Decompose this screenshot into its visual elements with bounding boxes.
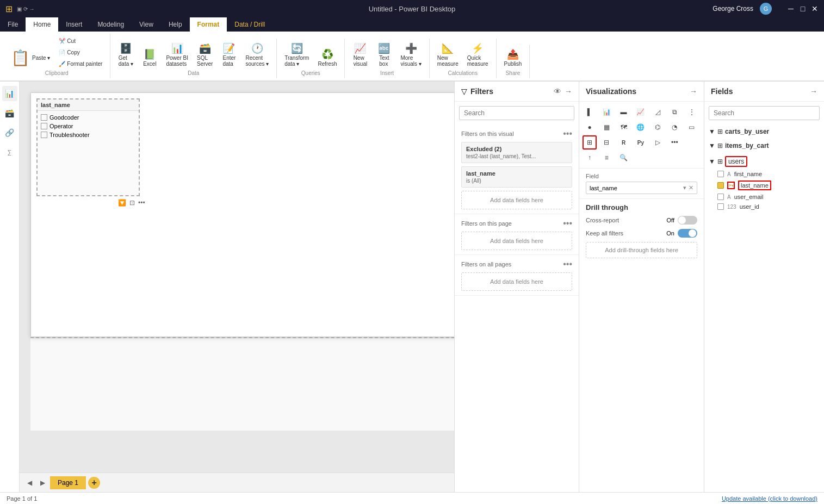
viz-treemap-icon[interactable]: ▦ (599, 120, 614, 134)
cut-button[interactable]: ✂️ Cut (55, 36, 106, 46)
user-id-check[interactable] (717, 203, 724, 210)
filter-card-last-name[interactable]: last_name is (All) (461, 166, 572, 188)
page-next-button[interactable]: ▶ (37, 477, 48, 488)
nav-model-icon[interactable]: 🔗 (2, 125, 17, 140)
filter-add-all-pages-area[interactable]: Add data fields here (461, 272, 572, 291)
filter-add-page-area[interactable]: Add data fields here (461, 232, 572, 250)
add-page-button[interactable]: + (88, 477, 100, 489)
page-prev-button[interactable]: ◀ (24, 477, 35, 488)
new-visual-button[interactable]: 📈 Newvisual (349, 41, 371, 69)
refresh-button[interactable]: ♻️ Refresh (314, 47, 340, 69)
viz-table-icon[interactable]: ⊞ (583, 135, 597, 150)
enter-data-button[interactable]: 📝 Enterdata (218, 41, 240, 69)
viz-column-chart-icon[interactable]: 📊 (599, 105, 614, 119)
add-drill-through-button[interactable]: Add drill-through fields here (586, 242, 697, 258)
nav-report-icon[interactable]: 📊 (2, 86, 17, 101)
keep-all-switch[interactable] (678, 229, 697, 238)
user-email-check[interactable] (717, 194, 724, 200)
viz-card-icon[interactable]: ▭ (685, 120, 699, 134)
nav-data-icon[interactable]: 🗃️ (2, 105, 17, 121)
new-measure-button[interactable]: 📐 Newmeasure (434, 41, 462, 69)
viz-line-chart-icon[interactable]: 📈 (634, 105, 648, 119)
filter-expand-icon[interactable]: → (565, 87, 572, 96)
viz-pie-chart-icon[interactable]: ● (583, 120, 597, 134)
publish-button[interactable]: 📤 Publish (501, 47, 525, 69)
viz-kpi-icon[interactable]: ↑ (583, 151, 597, 165)
page-tab-1[interactable]: Page 1 (50, 476, 86, 489)
viz-filled-map-icon[interactable]: 🌐 (634, 120, 648, 134)
viz-stacked-bar-icon[interactable]: ▬ (617, 105, 631, 119)
viz-custom-icon[interactable]: ▷ (650, 135, 665, 150)
filters-on-visual-more[interactable]: ••• (563, 129, 572, 139)
visual-box[interactable]: last_name Goodcoder Operator Troubles (36, 98, 140, 196)
field-item-user-id[interactable]: 123 user_id (709, 202, 820, 211)
update-notice[interactable]: Update available (click to download) (722, 495, 817, 502)
tab-insert[interactable]: Insert (58, 17, 90, 32)
viz-py-icon[interactable]: Py (634, 135, 648, 150)
field-item-first-name[interactable]: A first_name (709, 169, 820, 179)
field-dropdown-close-icon[interactable]: ✕ (689, 184, 693, 191)
format-painter-button[interactable]: 🖌️ Format painter (55, 59, 106, 69)
excel-button[interactable]: 📗 Excel (139, 47, 160, 69)
field-item-user-email[interactable]: A user_email (709, 192, 820, 202)
copy-button[interactable]: 📄 Copy (55, 47, 106, 58)
filter-check-goodcoder[interactable] (41, 114, 47, 121)
filter-check-operator[interactable] (41, 123, 47, 129)
field-dropdown-clear-icon[interactable]: ▾ (683, 184, 686, 191)
viz-more-icon[interactable]: ••• (667, 135, 681, 150)
keep-all-toggle[interactable]: On (666, 229, 697, 238)
viz-gauge-icon[interactable]: ◔ (667, 120, 681, 134)
minimize-button[interactable]: ─ (787, 5, 795, 13)
tab-view[interactable]: View (132, 17, 161, 32)
viz-scatter-icon[interactable]: ⋮ (685, 105, 699, 119)
maximize-button[interactable]: □ (799, 5, 807, 13)
viz-r-icon[interactable]: R (617, 135, 631, 150)
field-group-items-header[interactable]: ▼ ⊞ items_by_cart (709, 140, 820, 152)
tab-home[interactable]: Home (26, 17, 58, 32)
tab-modeling[interactable]: Modeling (90, 17, 132, 32)
transform-data-button[interactable]: 🔄 Transformdata ▾ (281, 41, 312, 69)
tab-file[interactable]: File (0, 17, 26, 32)
filter-eye-icon[interactable]: 👁 (554, 87, 561, 96)
field-item-last-name[interactable]: 🗝 last_name (709, 179, 820, 192)
filter-visual-icon[interactable]: 🔽 (118, 199, 126, 207)
last-name-check[interactable] (717, 182, 724, 189)
more-visuals-button[interactable]: ➕ Morevisuals ▾ (397, 41, 424, 69)
text-box-button[interactable]: 🔤 Textbox (373, 41, 395, 69)
tab-format[interactable]: Format (190, 17, 227, 32)
close-button[interactable]: ✕ (811, 5, 819, 13)
tab-data-drill[interactable]: Data / Drill (227, 17, 272, 32)
fields-search-input[interactable] (709, 106, 820, 120)
focus-mode-icon[interactable]: ⊡ (129, 199, 135, 207)
powerbi-datasets-button[interactable]: 📊 Power BIdatasets (163, 41, 191, 69)
viz-area-chart-icon[interactable]: ◿ (650, 105, 665, 119)
filter-search-input[interactable] (459, 106, 574, 120)
viz-map-icon[interactable]: 🗺 (617, 120, 631, 134)
filters-all-pages-more[interactable]: ••• (563, 259, 572, 269)
tab-help[interactable]: Help (161, 17, 190, 32)
viz-bar-chart-icon[interactable]: ▌ (583, 105, 597, 119)
viz-combo-icon[interactable]: ⧉ (667, 105, 681, 119)
first-name-check[interactable] (717, 171, 724, 177)
nav-dax-icon[interactable]: ∑ (2, 145, 17, 160)
filter-check-troubleshooter[interactable] (41, 132, 47, 138)
field-group-users-header[interactable]: ▼ ⊞ users (709, 154, 820, 169)
field-group-carts-header[interactable]: ▼ ⊞ carts_by_user (709, 126, 820, 138)
viz-slicer-icon[interactable]: ≡ (599, 151, 614, 165)
filters-on-page-more[interactable]: ••• (563, 219, 572, 228)
viz-expand-icon[interactable]: → (690, 87, 697, 96)
viz-search-icon[interactable]: 🔍 (617, 151, 631, 165)
fields-expand-icon[interactable]: → (810, 87, 817, 96)
filter-card-excluded[interactable]: Excluded (2) test2-last (last_name), Tes… (461, 142, 572, 163)
field-dropdown[interactable]: last_name ▾ ✕ (586, 182, 697, 194)
recent-sources-button[interactable]: 🕐 Recentsources ▾ (242, 41, 272, 69)
paste-button[interactable]: 📋 Paste ▾ (8, 47, 53, 69)
window-controls[interactable]: ─ □ ✕ (787, 5, 819, 13)
get-data-button[interactable]: 🗄️ Getdata ▾ (115, 41, 137, 69)
cross-report-toggle[interactable]: Off (667, 216, 697, 225)
viz-funnel-icon[interactable]: ⌬ (650, 120, 665, 134)
filter-add-visual-area[interactable]: Add data fields here (461, 191, 572, 209)
quick-measure-button[interactable]: ⚡ Quickmeasure (464, 41, 492, 69)
sql-server-button[interactable]: 🗃️ SQLServer (194, 41, 216, 69)
viz-matrix-icon[interactable]: ⊟ (599, 135, 614, 150)
